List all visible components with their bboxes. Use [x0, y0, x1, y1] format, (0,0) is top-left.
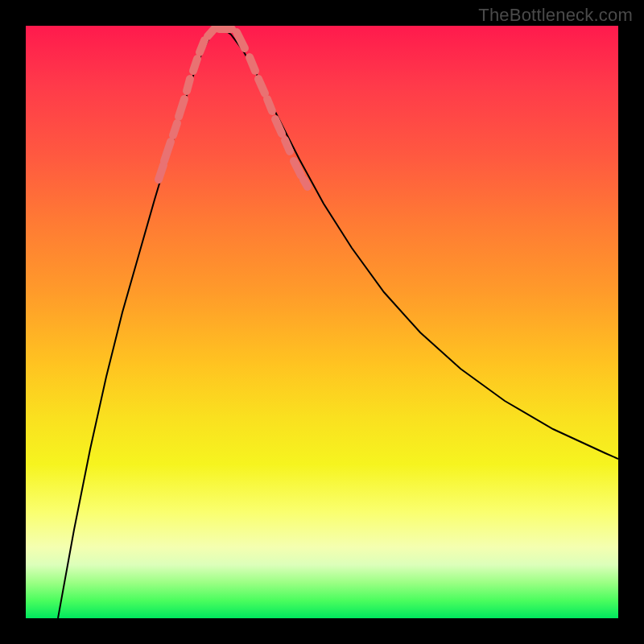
dash-segment	[179, 99, 184, 117]
dash-segment	[303, 180, 308, 187]
dash-segment	[294, 161, 301, 175]
dash-segment	[267, 99, 272, 111]
dash-segment	[187, 79, 190, 91]
curves-svg	[26, 26, 618, 618]
dash-segment	[237, 32, 245, 48]
chart-frame: TheBottleneck.com	[0, 0, 644, 644]
dash-segment	[285, 140, 290, 151]
dash-segment	[258, 79, 265, 93]
right-curve	[219, 26, 618, 459]
watermark-text: TheBottleneck.com	[478, 5, 633, 26]
plot-area	[26, 26, 618, 618]
dash-segment	[193, 59, 197, 71]
left-curve	[58, 26, 219, 618]
dash-segment	[173, 123, 177, 135]
dash-segment	[159, 165, 163, 180]
dash-overlay	[159, 29, 308, 187]
dash-segment	[208, 29, 214, 36]
dash-segment	[164, 142, 171, 161]
dash-segment	[200, 40, 204, 52]
dash-segment	[250, 57, 255, 71]
